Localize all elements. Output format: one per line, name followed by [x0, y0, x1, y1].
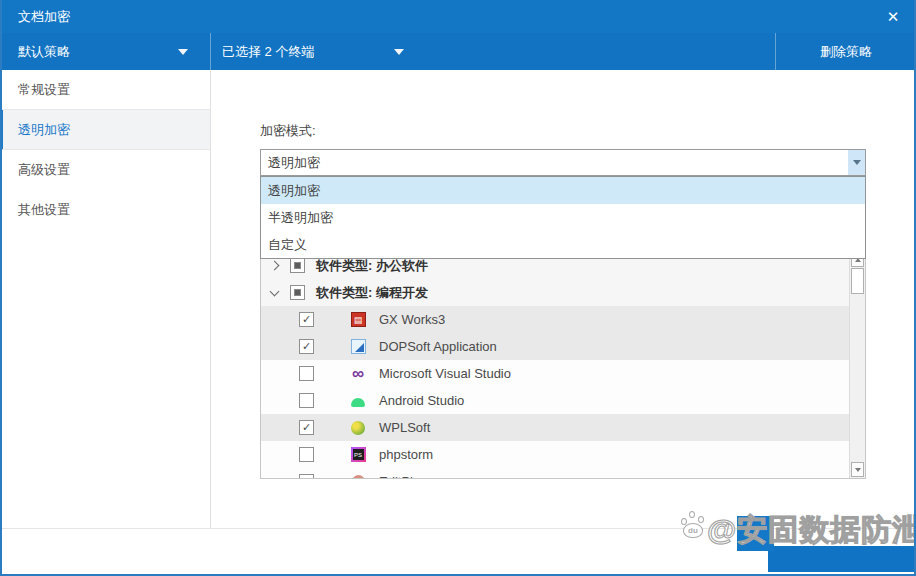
policy-dropdown-label: 默认策略 [18, 43, 70, 61]
checkbox-checked[interactable]: ✓ [299, 339, 314, 354]
sidebar-item-other[interactable]: 其他设置 [0, 190, 210, 230]
terminal-dropdown-label: 已选择 2 个终端 [222, 43, 314, 61]
tree-row-visual-studio[interactable]: ∞ Microsoft Visual Studio [261, 360, 849, 387]
editplus-icon [350, 474, 366, 480]
encrypt-mode-dropdown-list: 透明加密 半透明加密 自定义 [260, 176, 866, 259]
gx-works3-icon: ▤ [350, 312, 366, 328]
chevron-down-icon [178, 49, 188, 55]
chevron-down-icon[interactable] [270, 286, 280, 296]
sidebar-item-transparent-encryption[interactable]: 透明加密 [0, 110, 210, 150]
tree-row-wplsoft[interactable]: ✓ WPLSoft [261, 414, 849, 441]
checkbox-unchecked[interactable] [299, 474, 314, 479]
tree-row-phpstorm[interactable]: PS phpstorm [261, 441, 849, 468]
encrypt-mode-label: 加密模式: [260, 122, 316, 140]
tree-row-dopsoft[interactable]: ✓ DOPSoft Application [261, 333, 849, 360]
checkbox-checked[interactable]: ✓ [299, 312, 314, 327]
dropdown-option-transparent[interactable]: 透明加密 [261, 177, 865, 204]
tree-row-android-studio[interactable]: Android Studio [261, 387, 849, 414]
check-icon: ✓ [302, 341, 311, 352]
scrollbar-thumb[interactable] [851, 268, 864, 294]
app-label: GX Works3 [379, 312, 445, 327]
tree-scrollbar[interactable] [849, 252, 865, 478]
tree-row-gx-works3[interactable]: ✓ ▤ GX Works3 [261, 306, 849, 333]
phpstorm-icon: PS [350, 447, 366, 463]
tree-group-programming-dev[interactable]: 软件类型: 编程开发 [261, 279, 849, 306]
combobox-value: 透明加密 [268, 150, 320, 175]
visual-studio-icon: ∞ [350, 366, 366, 382]
app-label: Microsoft Visual Studio [379, 366, 511, 381]
app-label: DOPSoft Application [379, 339, 497, 354]
app-label: WPLSoft [379, 420, 430, 435]
checkbox-unchecked[interactable] [299, 447, 314, 462]
main-content: 加密模式: 透明加密 透明加密 半透明加密 自定义 软件类型: 办公软件 [211, 70, 916, 528]
chevron-right-icon[interactable] [270, 261, 280, 271]
dopsoft-icon [350, 339, 366, 355]
tristate-checkbox[interactable] [290, 285, 305, 300]
chevron-down-icon [394, 49, 404, 55]
software-tree: 软件类型: 办公软件 软件类型: 编程开发 ✓ ▤ GX Works3 ✓ [260, 251, 866, 479]
tree-group-label: 软件类型: 编程开发 [316, 284, 428, 302]
app-label: EditPlus [379, 474, 427, 479]
wplsoft-icon [350, 420, 366, 436]
sidebar-item-general[interactable]: 常规设置 [0, 70, 210, 110]
delete-policy-label: 删除策略 [820, 43, 872, 61]
app-label: phpstorm [379, 447, 433, 462]
android-studio-icon [350, 393, 366, 409]
paw-icon: du [681, 511, 709, 541]
check-icon: ✓ [302, 314, 311, 325]
checkbox-unchecked[interactable] [299, 366, 314, 381]
policy-dropdown[interactable]: 默认策略 [0, 33, 211, 70]
checkbox-checked[interactable]: ✓ [299, 420, 314, 435]
checkbox-unchecked[interactable] [299, 393, 314, 408]
close-icon[interactable]: ✕ [882, 6, 904, 28]
app-label: Android Studio [379, 393, 464, 408]
check-icon: ✓ [302, 422, 311, 433]
dropdown-option-custom[interactable]: 自定义 [261, 231, 865, 258]
sidebar-item-advanced[interactable]: 高级设置 [0, 150, 210, 190]
combobox-dropdown-button[interactable] [848, 150, 865, 175]
watermark-text: @安固数据防泄密 [707, 510, 916, 551]
tree-group-label: 软件类型: 办公软件 [316, 257, 428, 275]
tristate-checkbox[interactable] [290, 258, 305, 273]
settings-sidebar: 常规设置 透明加密 高级设置 其他设置 [0, 70, 211, 528]
toolbar: 默认策略 已选择 2 个终端 删除策略 [0, 33, 916, 70]
chevron-down-icon [853, 160, 861, 165]
tree-row-editplus[interactable]: EditPlus [261, 468, 849, 479]
titlebar: 文档加密 ✕ [0, 0, 916, 33]
delete-policy-button[interactable]: 删除策略 [776, 33, 916, 70]
dropdown-option-semi-transparent[interactable]: 半透明加密 [261, 204, 865, 231]
document-encryption-window: 文档加密 ✕ 默认策略 已选择 2 个终端 删除策略 常规设置 透明加密 高级设… [0, 0, 916, 576]
encrypt-mode-combobox[interactable]: 透明加密 [260, 149, 866, 176]
scroll-down-icon[interactable] [851, 462, 864, 477]
window-title: 文档加密 [18, 8, 70, 26]
terminal-dropdown[interactable]: 已选择 2 个终端 [211, 33, 776, 70]
